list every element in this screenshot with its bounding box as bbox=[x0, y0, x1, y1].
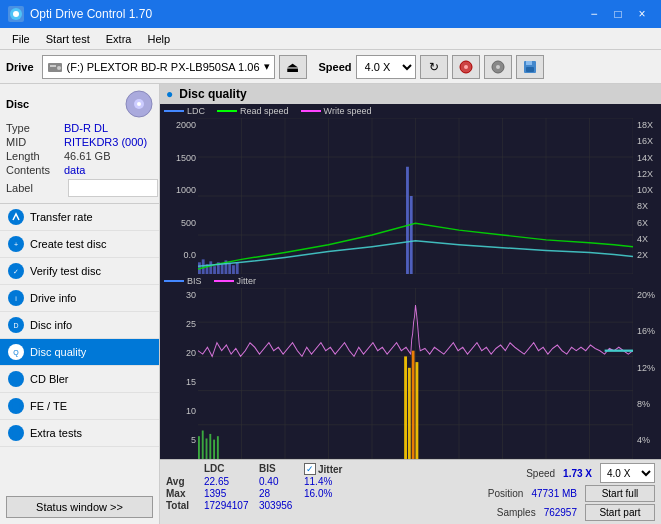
by-right-12: 12% bbox=[637, 363, 655, 373]
svg-rect-11 bbox=[526, 67, 534, 72]
drive-info-icon: i bbox=[8, 290, 24, 306]
sidebar-item-disc-quality[interactable]: Q Disc quality bbox=[0, 339, 159, 366]
chevron-down-icon: ▾ bbox=[264, 60, 270, 73]
sidebar-item-disc-info[interactable]: D Disc info bbox=[0, 312, 159, 339]
transfer-rate-icon bbox=[8, 209, 24, 225]
speed-value: 1.73 X bbox=[563, 468, 592, 479]
svg-rect-87 bbox=[213, 440, 215, 459]
y-label-1000: 1000 bbox=[176, 185, 196, 195]
jitter-legend-item: Jitter bbox=[214, 276, 257, 286]
stats-header-row: LDC BIS ✓ Jitter bbox=[166, 463, 471, 475]
bis-legend-color bbox=[164, 280, 184, 282]
minimize-button[interactable]: − bbox=[583, 5, 605, 23]
menu-start-test[interactable]: Start test bbox=[38, 31, 98, 47]
save-icon bbox=[523, 60, 537, 74]
y-right-8x: 8X bbox=[637, 201, 648, 211]
sidebar-item-fe-te[interactable]: FE / TE bbox=[0, 393, 159, 420]
disc-type-value: BD-R DL bbox=[64, 122, 108, 134]
y-right-6x: 6X bbox=[637, 218, 648, 228]
svg-point-8 bbox=[496, 65, 500, 69]
close-button[interactable]: × bbox=[631, 5, 653, 23]
svg-rect-3 bbox=[50, 65, 56, 67]
chart-header-icon: ● bbox=[166, 87, 173, 101]
sidebar-item-extra-tests[interactable]: Extra tests bbox=[0, 420, 159, 447]
svg-rect-46 bbox=[209, 261, 212, 274]
y-label-500: 500 bbox=[181, 218, 196, 228]
chart-title: Disc quality bbox=[179, 87, 246, 101]
top-chart-body: 2000 1500 1000 500 0.0 bbox=[160, 118, 661, 274]
cd-bler-label: CD Bler bbox=[30, 373, 69, 385]
svg-point-26 bbox=[12, 402, 20, 410]
disc-mid-value: RITEKDR3 (000) bbox=[64, 136, 147, 148]
stats-bar: LDC BIS ✓ Jitter Avg 22.65 0.40 11.4% bbox=[160, 459, 661, 524]
extra-tests-label: Extra tests bbox=[30, 427, 82, 439]
ldc-legend-label: LDC bbox=[187, 106, 205, 116]
bottom-y-axis-left: 30 25 20 15 10 5 bbox=[160, 288, 198, 459]
drive-select-container[interactable]: (F:) PLEXTOR BD-R PX-LB950SA 1.06 ▾ bbox=[42, 55, 275, 79]
top-y-axis-left: 2000 1500 1000 500 0.0 bbox=[160, 118, 198, 274]
disc-title: Disc bbox=[6, 98, 29, 110]
svg-rect-92 bbox=[416, 362, 419, 459]
settings-button1[interactable] bbox=[452, 55, 480, 79]
disc-label-input[interactable] bbox=[68, 179, 158, 197]
bis-legend-label: BIS bbox=[187, 276, 202, 286]
y-right-12x: 12X bbox=[637, 169, 653, 179]
settings-button2[interactable] bbox=[484, 55, 512, 79]
position-label: Position bbox=[488, 488, 524, 499]
by-right-16: 16% bbox=[637, 326, 655, 336]
disc-length-label: Length bbox=[6, 150, 64, 162]
svg-rect-51 bbox=[228, 263, 231, 274]
y-right-2x: 2X bbox=[637, 250, 648, 260]
start-full-button[interactable]: Start full bbox=[585, 485, 655, 502]
menu-extra[interactable]: Extra bbox=[98, 31, 140, 47]
speed-select[interactable]: 4.0 X 2.0 X 1.0 X bbox=[356, 55, 416, 79]
y-right-4x: 4X bbox=[637, 234, 648, 244]
svg-rect-54 bbox=[406, 167, 409, 274]
writespeed-legend-item: Write speed bbox=[301, 106, 372, 116]
eject-button[interactable]: ⏏ bbox=[279, 55, 307, 79]
y-right-18x: 18X bbox=[637, 120, 653, 130]
readspeed-legend-label: Read speed bbox=[240, 106, 289, 116]
sidebar-item-create-test-disc[interactable]: + Create test disc bbox=[0, 231, 159, 258]
fe-te-icon bbox=[8, 398, 24, 414]
disc-contents-row: Contents data bbox=[6, 164, 153, 176]
svg-rect-47 bbox=[213, 266, 216, 274]
by-15: 15 bbox=[186, 377, 196, 387]
start-part-button[interactable]: Start part bbox=[585, 504, 655, 521]
sidebar-item-drive-info[interactable]: i Drive info bbox=[0, 285, 159, 312]
app-title: Opti Drive Control 1.70 bbox=[30, 7, 152, 21]
svg-rect-83 bbox=[198, 436, 200, 459]
top-legend: LDC Read speed Write speed bbox=[160, 104, 661, 118]
jitter-legend-color bbox=[214, 280, 234, 282]
drive-label: Drive bbox=[6, 61, 34, 73]
disc-header: Disc bbox=[6, 90, 153, 118]
sidebar-item-verify-test-disc[interactable]: ✓ Verify test disc bbox=[0, 258, 159, 285]
refresh-button[interactable]: ↻ bbox=[420, 55, 448, 79]
ldc-legend-color bbox=[164, 110, 184, 112]
maximize-button[interactable]: □ bbox=[607, 5, 629, 23]
menu-help[interactable]: Help bbox=[139, 31, 178, 47]
menu-file[interactable]: File bbox=[4, 31, 38, 47]
disc-quality-icon: Q bbox=[8, 344, 24, 360]
sidebar-item-cd-bler[interactable]: CD Bler bbox=[0, 366, 159, 393]
position-value: 47731 MB bbox=[531, 488, 577, 499]
bottom-y-axis-right: 20% 16% 12% 8% 4% bbox=[633, 288, 661, 459]
svg-rect-49 bbox=[221, 264, 224, 274]
chart-area: ● Disc quality LDC Read speed bbox=[160, 84, 661, 524]
sidebar-item-transfer-rate[interactable]: Transfer rate bbox=[0, 204, 159, 231]
bottom-chart-inner: 0.0 5.0 10.0 15.0 20.0 25.0 30.0 35.0 40… bbox=[198, 288, 633, 459]
jitter-checkbox[interactable]: ✓ bbox=[304, 463, 316, 475]
extra-tests-icon bbox=[8, 425, 24, 441]
max-label: Max bbox=[166, 488, 204, 499]
disc-length-row: Length 46.61 GB bbox=[6, 150, 153, 162]
speed-dropdown[interactable]: 4.0 X 2.0 X bbox=[600, 463, 655, 483]
stats-jitter-header-section: ✓ Jitter bbox=[304, 463, 342, 475]
app-icon bbox=[8, 6, 24, 22]
bottom-legend: BIS Jitter bbox=[160, 274, 661, 288]
verify-test-disc-label: Verify test disc bbox=[30, 265, 101, 277]
save-button[interactable] bbox=[516, 55, 544, 79]
create-test-disc-icon: + bbox=[8, 236, 24, 252]
status-window-button[interactable]: Status window >> bbox=[6, 496, 153, 518]
disc-quality-label: Disc quality bbox=[30, 346, 86, 358]
main-content: Disc Type BD-R DL MID RITEKDR3 (000) Len… bbox=[0, 84, 661, 524]
